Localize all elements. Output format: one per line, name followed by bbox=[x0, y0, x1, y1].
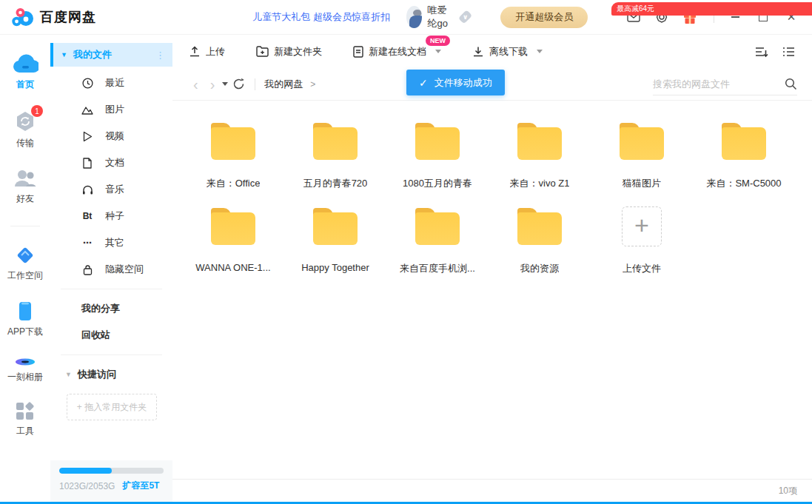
toolbar: 上传 新建文件夹 新建在线文档 NEW 离线下载 bbox=[172, 35, 812, 68]
rail-label: 首页 bbox=[16, 78, 34, 91]
folder-tile[interactable]: 来自：SM-C5000 bbox=[693, 123, 795, 190]
quick-access-label: 快捷访问 bbox=[78, 368, 116, 381]
upload-button[interactable]: 上传 bbox=[189, 45, 225, 58]
rail-divider bbox=[10, 226, 40, 226]
rail-item-home[interactable]: 首页 bbox=[12, 54, 38, 91]
sidebar-item-bt-seeds[interactable]: Bt 种子 bbox=[50, 203, 172, 229]
forward-icon[interactable]: › bbox=[204, 77, 221, 92]
folder-name: WANNA ONE-1... bbox=[195, 262, 270, 273]
folder-icon bbox=[721, 123, 767, 160]
lock-icon bbox=[81, 263, 93, 275]
toast-message: 文件移动成功 bbox=[434, 76, 492, 90]
sidebar-item-hidden-space[interactable]: 隐藏空间 bbox=[50, 256, 172, 283]
sidebar-item-my-files[interactable]: ▼ 我的文件 ⋮ bbox=[50, 43, 172, 67]
rail-label: 工作空间 bbox=[7, 269, 43, 282]
folder-tile[interactable]: WANNA ONE-1... bbox=[182, 208, 284, 275]
user-avatar[interactable] bbox=[406, 6, 423, 28]
main-panel: 上传 新建文件夹 新建在线文档 NEW 离线下载 bbox=[172, 35, 812, 502]
upload-icon bbox=[189, 46, 201, 57]
discount-badge: 最高减64元 bbox=[611, 2, 812, 16]
more-options-icon[interactable]: ⋮ bbox=[155, 50, 165, 61]
folder-tile[interactable]: 来自百度手机浏... bbox=[386, 208, 489, 275]
toast-notification: ✓ 文件移动成功 bbox=[406, 70, 505, 95]
drag-folder-dropzone[interactable]: + 拖入常用文件夹 bbox=[67, 394, 157, 420]
download-icon bbox=[472, 46, 484, 57]
rail-label: 传输 bbox=[16, 137, 34, 149]
workspace-icon bbox=[16, 246, 35, 265]
list-view-icon[interactable] bbox=[781, 44, 796, 59]
upload-file-tile[interactable]: + 上传文件 bbox=[591, 208, 693, 275]
folder-icon bbox=[312, 123, 358, 160]
folder-tile[interactable]: 我的资源 bbox=[489, 208, 591, 275]
item-count: 10项 bbox=[779, 485, 797, 497]
sidebar-item-label: 文档 bbox=[105, 156, 124, 169]
sidebar-item-recent[interactable]: 最近 bbox=[50, 70, 172, 96]
collapse-arrow-icon[interactable]: ▼ bbox=[65, 371, 72, 378]
offline-download-button[interactable]: 离线下载 bbox=[472, 45, 543, 58]
rail-item-photo-album[interactable]: 一刻相册 bbox=[7, 357, 43, 383]
rail-item-friends[interactable]: 好友 bbox=[13, 169, 37, 205]
sidebar-item-label: 音乐 bbox=[105, 183, 124, 196]
sidebar-divider bbox=[61, 355, 162, 355]
search-box[interactable] bbox=[653, 73, 797, 95]
open-svip-button[interactable]: 开通超级会员 bbox=[500, 7, 588, 28]
rail-label: 一刻相册 bbox=[7, 371, 43, 383]
plus-icon[interactable]: + bbox=[622, 206, 662, 246]
sidebar-item-videos[interactable]: 视频 bbox=[50, 123, 172, 149]
new-folder-button[interactable]: 新建文件夹 bbox=[256, 45, 322, 58]
sidebar-item-music[interactable]: 音乐 bbox=[50, 176, 172, 203]
statusbar: 10项 bbox=[172, 479, 812, 503]
new-doc-icon bbox=[353, 46, 363, 58]
new-feature-badge: NEW bbox=[426, 36, 450, 46]
app-title: 百度网盘 bbox=[40, 8, 96, 26]
history-dropdown-icon[interactable] bbox=[222, 82, 228, 86]
play-icon bbox=[81, 130, 93, 142]
album-lens-icon bbox=[14, 357, 36, 366]
sort-icon[interactable] bbox=[754, 44, 769, 59]
rail-label: APP下载 bbox=[7, 326, 43, 338]
offline-download-label: 离线下载 bbox=[489, 45, 528, 58]
search-icon[interactable] bbox=[785, 78, 797, 90]
sidebar-item-others[interactable]: ⋯ 其它 bbox=[50, 229, 172, 256]
headphones-icon bbox=[81, 184, 93, 195]
titlebar: 百度网盘 儿童节大礼包 超级会员惊喜折扣 唯爱纶go ∨ 开通超级会员 最高减6… bbox=[0, 0, 812, 35]
clock-icon bbox=[81, 77, 93, 89]
upload-tile-label: 上传文件 bbox=[623, 262, 661, 275]
rail-item-workspace[interactable]: 工作空间 bbox=[7, 246, 43, 282]
chevron-down-icon[interactable] bbox=[537, 50, 543, 53]
user-account[interactable]: 唯爱纶go ∨ bbox=[406, 4, 469, 30]
sidebar-item-documents[interactable]: 文档 bbox=[50, 149, 172, 176]
folder-tile[interactable]: 来自：vivo Z1 bbox=[489, 123, 591, 190]
sidebar-item-recycle-bin[interactable]: 回收站 bbox=[50, 322, 172, 349]
sidebar-item-pictures[interactable]: 图片 bbox=[50, 96, 172, 123]
search-input[interactable] bbox=[653, 78, 785, 90]
folder-name: 来自：Office bbox=[207, 177, 261, 190]
new-folder-icon bbox=[256, 46, 269, 57]
promo-link[interactable]: 儿童节大礼包 超级会员惊喜折扣 bbox=[252, 10, 390, 24]
new-online-doc-button[interactable]: 新建在线文档 NEW bbox=[353, 45, 441, 58]
folder-tile[interactable]: 来自：Office bbox=[182, 123, 284, 190]
new-folder-label: 新建文件夹 bbox=[274, 45, 322, 58]
expand-storage-link[interactable]: 扩容至5T bbox=[122, 480, 159, 492]
collapse-arrow-icon[interactable]: ▼ bbox=[61, 51, 67, 58]
chevron-down-icon[interactable] bbox=[435, 50, 441, 53]
rail-label: 好友 bbox=[16, 192, 34, 205]
rail-item-tools[interactable]: 工具 bbox=[16, 403, 34, 437]
sidebar-item-label: 种子 bbox=[105, 209, 124, 223]
folder-icon bbox=[210, 123, 256, 160]
back-icon[interactable]: ‹ bbox=[187, 77, 204, 92]
breadcrumb-root[interactable]: 我的网盘 bbox=[264, 78, 303, 91]
rail-item-app-download[interactable]: APP下载 bbox=[7, 301, 43, 338]
folder-tile[interactable]: 五月的青春720 bbox=[284, 123, 386, 190]
storage-progressbar bbox=[59, 468, 164, 474]
refresh-icon[interactable] bbox=[231, 77, 246, 92]
folder-name: 来自百度手机浏... bbox=[400, 262, 475, 275]
storage-panel: 1023G/2053G 扩容至5T bbox=[50, 460, 172, 502]
folder-tile[interactable]: Happy Together bbox=[284, 208, 386, 275]
folder-tile[interactable]: 猫猫图片 bbox=[591, 123, 693, 190]
upload-label: 上传 bbox=[206, 45, 225, 58]
sidebar-item-quick-access[interactable]: ▼ 快捷访问 bbox=[50, 361, 172, 388]
folder-tile[interactable]: 1080五月的青春 bbox=[386, 123, 489, 190]
rail-item-transfer[interactable]: 1 传输 bbox=[14, 110, 36, 149]
sidebar-item-my-shares[interactable]: 我的分享 bbox=[50, 295, 172, 322]
